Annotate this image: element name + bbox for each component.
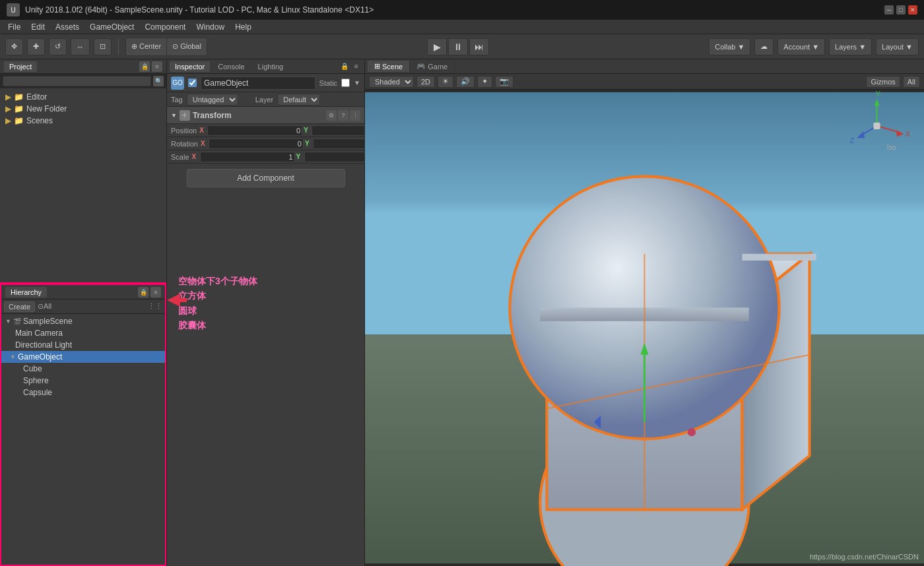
project-search-icon[interactable]: 🔍 <box>153 76 164 86</box>
hierarchy-lock-icon[interactable]: 🔒 <box>138 287 148 298</box>
transform-btn-hand[interactable]: ✥ <box>5 38 23 55</box>
hierarchy-item-capsule[interactable]: Capsule <box>1 387 165 398</box>
create-button[interactable]: Create <box>4 301 35 312</box>
folder-arrow-2: ▶ <box>5 104 11 113</box>
maximize-button[interactable]: □ <box>896 5 906 15</box>
folder-new[interactable]: ▶ 📁 New Folder <box>3 103 164 115</box>
tab-game[interactable]: 🎮 Game <box>410 61 455 72</box>
rot-x-axis: X <box>201 140 207 147</box>
tag-select[interactable]: Untagged <box>187 94 238 106</box>
gizmos-button[interactable]: Gizmos <box>866 76 900 88</box>
pos-x-input[interactable] <box>207 125 302 136</box>
inspector-menu-icon[interactable]: ≡ <box>351 61 362 72</box>
all-scene-button[interactable]: All <box>903 76 920 88</box>
layers-button[interactable]: Layers ▼ <box>829 38 872 55</box>
gameobject-icon: GO <box>171 77 184 90</box>
rot-x-input[interactable] <box>209 139 304 149</box>
capsule-name: Capsule <box>23 388 52 397</box>
left-panel: Project 🔒 ≡ 🔍 ▶ 📁 Editor ▶ 📁 <box>0 59 167 566</box>
center-button[interactable]: ⊕ Center <box>126 38 167 55</box>
pos-x-axis: X <box>199 127 206 134</box>
transform-btn-rotate[interactable]: ↺ <box>49 38 67 55</box>
account-button[interactable]: Account ▼ <box>777 38 825 55</box>
tab-hierarchy[interactable]: Hierarchy <box>5 287 47 298</box>
static-checkbox[interactable] <box>341 79 350 87</box>
all-filter[interactable]: ⊙All <box>38 302 51 311</box>
tab-console[interactable]: Console <box>213 61 249 72</box>
project-search-input[interactable] <box>3 76 151 86</box>
game-tab-label: Game <box>428 63 447 71</box>
folder-icon-symbol-2: 📁 <box>14 104 24 113</box>
light-name: Directional Light <box>15 340 72 350</box>
menu-assets[interactable]: Assets <box>50 21 84 33</box>
menu-window[interactable]: Window <box>191 21 230 33</box>
project-lock-icon[interactable]: 🔒 <box>139 61 150 72</box>
folder-arrow-3: ▶ <box>5 116 11 125</box>
folder-scenes[interactable]: ▶ 📁 Scenes <box>3 115 164 127</box>
minimize-button[interactable]: ─ <box>884 5 894 15</box>
svg-text:Z: Z <box>850 137 855 144</box>
svg-text:Y: Y <box>876 90 881 98</box>
hierarchy-item-camera[interactable]: Main Camera <box>1 327 165 339</box>
layer-select[interactable]: Default <box>277 94 320 106</box>
transform-buttons: ⚙ ? ⋮ <box>326 110 360 121</box>
play-button[interactable]: ▶ <box>427 38 447 55</box>
menu-edit[interactable]: Edit <box>26 21 50 33</box>
scene-viewport[interactable]: X Y Z Iso https://blog.csdn.net/ChinarCS… <box>365 90 924 566</box>
scene-light-icon[interactable]: ☀ <box>438 76 453 88</box>
menu-gameobject[interactable]: GameObject <box>84 21 139 33</box>
add-component-button[interactable]: Add Component <box>187 169 345 187</box>
transform-help-icon[interactable]: ? <box>338 110 348 121</box>
static-dropdown-arrow[interactable]: ▼ <box>354 79 360 86</box>
scene-audio-icon[interactable]: 🔊 <box>456 76 475 88</box>
folder-editor[interactable]: ▶ 📁 Editor <box>3 91 164 103</box>
transform-btn-rect[interactable]: ⊡ <box>94 38 112 55</box>
hierarchy-item-sphere[interactable]: Sphere <box>1 375 165 387</box>
scale-x-axis: X <box>192 153 199 160</box>
2d-button[interactable]: 2D <box>416 76 435 88</box>
tab-scene[interactable]: ⊞ Scene <box>368 61 410 72</box>
transform-header[interactable]: ▼ ⊹ Transform ⚙ ? ⋮ <box>167 107 364 124</box>
tab-lighting[interactable]: Lighting <box>253 61 289 72</box>
hierarchy-sort-button[interactable]: ⋮⋮ <box>148 302 162 311</box>
hierarchy-menu-icon[interactable]: ≡ <box>150 287 161 298</box>
hierarchy-item-cube[interactable]: Cube <box>1 363 165 375</box>
inspector-lock-icon[interactable]: 🔒 <box>339 61 350 72</box>
transform-more-icon[interactable]: ⋮ <box>350 110 360 121</box>
layout-button[interactable]: Layout ▼ <box>876 38 919 55</box>
go-triangle: ▼ <box>10 354 16 360</box>
project-content: ▶ 📁 Editor ▶ 📁 New Folder ▶ 📁 Scenes <box>0 88 166 282</box>
rotation-label: Rotation <box>171 140 198 148</box>
transform-triangle: ▼ <box>171 112 177 119</box>
tab-project[interactable]: Project <box>4 61 37 72</box>
pause-button[interactable]: ⏸ <box>448 38 468 55</box>
transform-btn-scale[interactable]: ↔ <box>71 38 90 55</box>
transform-settings-icon[interactable]: ⚙ <box>326 110 337 121</box>
scene-camera-icon[interactable]: 📷 <box>495 76 513 88</box>
scene-fx-icon[interactable]: ✦ <box>477 76 492 88</box>
scene-tab-label: Scene <box>382 63 403 71</box>
hierarchy-icons: 🔒 ≡ <box>138 287 161 298</box>
transform-btn-move[interactable]: ✚ <box>27 38 45 55</box>
tab-inspector[interactable]: Inspector <box>170 61 210 72</box>
menu-file[interactable]: File <box>3 21 26 33</box>
menu-help[interactable]: Help <box>230 21 257 33</box>
shaded-select[interactable]: Shaded <box>369 76 414 88</box>
global-button[interactable]: ⊙ Global <box>167 38 207 55</box>
tag-layer-row: Tag Untagged Layer Default <box>167 92 364 107</box>
project-menu-icon[interactable]: ≡ <box>152 61 162 72</box>
gameobject-active-checkbox[interactable] <box>188 79 197 87</box>
menu-component[interactable]: Component <box>139 21 191 33</box>
svg-text:X: X <box>905 130 910 138</box>
scene-root[interactable]: ▼ 🎬 SampleScene <box>1 315 165 327</box>
gameobject-name-input[interactable] <box>201 77 315 90</box>
scale-x-input[interactable] <box>200 152 295 162</box>
step-button[interactable]: ⏭ <box>469 38 489 55</box>
close-button[interactable]: ✕ <box>908 5 917 15</box>
svg-rect-26 <box>873 123 880 129</box>
cloud-button[interactable]: ☁ <box>754 38 774 55</box>
hierarchy-item-gameobject[interactable]: ▼ GameObject <box>1 351 165 363</box>
collab-button[interactable]: Collab ▼ <box>709 38 750 55</box>
scale-y-axis: Y <box>296 153 303 160</box>
hierarchy-item-light[interactable]: Directional Light <box>1 339 165 351</box>
